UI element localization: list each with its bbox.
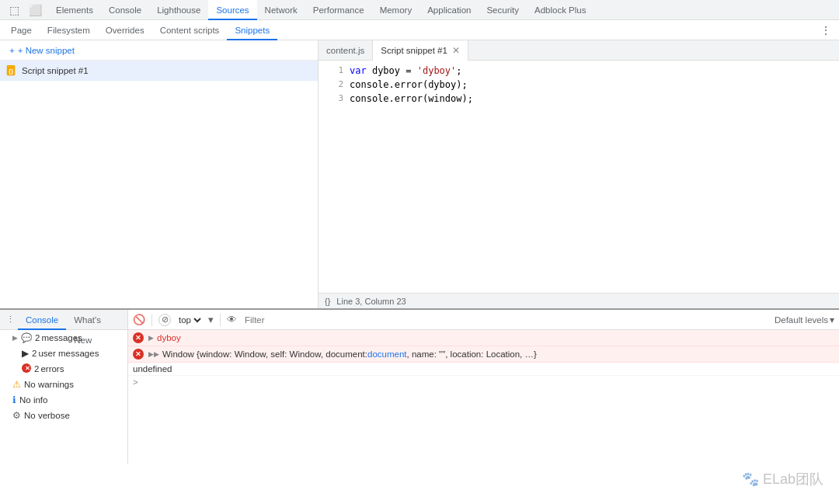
expand-arrow-icon: ▶ xyxy=(12,334,18,342)
disable-network-icon[interactable]: ⊘ xyxy=(158,314,171,326)
error-message-2-after: , name: "", location: Location, …} xyxy=(407,349,537,359)
console-prompt[interactable]: > xyxy=(128,376,839,388)
message-count-icon: 💬 xyxy=(21,332,32,343)
subtab-snippets[interactable]: Snippets xyxy=(227,20,277,40)
console-error-1[interactable]: ✕ ▶ dyboy xyxy=(128,330,839,346)
snippet-item-1[interactable]: {} Script snippet #1 xyxy=(0,61,318,81)
whats-new-tab[interactable]: What's New xyxy=(66,310,124,330)
plus-icon: + xyxy=(9,46,15,55)
console-error-2[interactable]: ✕ ▶▶ Window {window: Window, self: Windo… xyxy=(128,346,839,363)
tab-console[interactable]: Console xyxy=(101,0,149,20)
errors-count: 2 xyxy=(34,364,39,374)
console-panel-tabs: ⋮ Console What's New xyxy=(0,310,127,330)
cursor-position: Line 3, Column 23 xyxy=(336,297,406,306)
errors-label: errors xyxy=(40,364,64,374)
prompt-symbol: > xyxy=(133,377,138,387)
user-messages-count: 2 xyxy=(32,349,37,358)
tab-lighthouse[interactable]: Lighthouse xyxy=(149,0,208,20)
eye-icon[interactable]: 👁 xyxy=(227,314,237,325)
clear-console-icon[interactable]: 🚫 xyxy=(133,314,145,325)
editor-tab-content-js[interactable]: content.js xyxy=(319,40,373,61)
filter-section-verbose[interactable]: ⚙ No verbose xyxy=(0,408,127,423)
code-line-2: 2 console.error(dyboy); xyxy=(319,78,839,92)
devtools-icons: ⬚ ⬜ xyxy=(3,2,48,18)
console-messages: ✕ ▶ dyboy ✕ ▶▶ Window {window: Window, s… xyxy=(128,330,839,464)
tab-network[interactable]: Network xyxy=(257,0,305,20)
console-output-panel: 🚫 ⊘ top ▾ 👁 Default levels ▾ ✕ ▶ dyboy xyxy=(128,310,839,464)
expand-arrow-2: ▶▶ xyxy=(148,350,159,358)
messages-count: 2 xyxy=(35,333,40,342)
error-icon-2: ✕ xyxy=(133,349,144,360)
main-area: + + New snippet {} Script snippet #1 con… xyxy=(0,40,839,308)
console-filter-input[interactable] xyxy=(242,314,770,326)
svg-text:✕: ✕ xyxy=(25,365,30,372)
tab-elements[interactable]: Elements xyxy=(48,0,101,20)
braces-icon: {} xyxy=(325,297,330,306)
console-left-panel: ⋮ Console What's New ▶ 💬 2 messages ▶ 2 … xyxy=(0,310,128,464)
console-toolbar: 🚫 ⊘ top ▾ 👁 Default levels ▾ xyxy=(128,310,839,330)
tab-adblock[interactable]: Adblock Plus xyxy=(527,0,594,20)
tab-application[interactable]: Application xyxy=(420,0,479,20)
toolbar-separator xyxy=(151,314,152,326)
snippet-file-icon: {} xyxy=(6,65,17,76)
editor-tab-snippet1-label: Script snippet #1 xyxy=(381,40,447,61)
default-levels-button[interactable]: Default levels ▾ xyxy=(775,315,834,325)
editor-tab-bar: content.js Script snippet #1 ✕ xyxy=(319,40,839,61)
warnings-icon: ⚠ xyxy=(12,379,21,390)
error-message-2-before: Window {window: Window, self: Window, do… xyxy=(162,349,367,359)
undefined-row: undefined xyxy=(128,363,839,376)
context-dropdown-icon[interactable]: ▾ xyxy=(208,314,214,325)
console-tab[interactable]: Console xyxy=(18,310,66,330)
new-snippet-button[interactable]: + + New snippet xyxy=(0,40,318,61)
filter-section-messages[interactable]: ▶ 💬 2 messages xyxy=(0,330,127,346)
warnings-label: No warnings xyxy=(24,380,74,389)
more-tabs-icon[interactable]: ⋮ xyxy=(816,24,836,36)
console-panel-menu-icon[interactable]: ⋮ xyxy=(3,315,18,325)
error-message-1: dyboy xyxy=(157,333,181,342)
code-line-3: 3 console.error(window); xyxy=(319,92,839,106)
editor-tab-snippet1[interactable]: Script snippet #1 ✕ xyxy=(373,40,468,61)
new-snippet-label: + New snippet xyxy=(18,46,75,55)
default-levels-label: Default levels xyxy=(775,315,828,325)
subtab-overrides[interactable]: Overrides xyxy=(98,20,152,40)
code-editor[interactable]: 1 var dyboy = 'dyboy'; 2 console.error(d… xyxy=(319,61,839,293)
device-icon[interactable]: ⬜ xyxy=(26,2,45,18)
inspect-icon[interactable]: ⬚ xyxy=(6,2,23,18)
info-icon: ℹ xyxy=(12,395,16,405)
expand-arrow-1: ▶ xyxy=(148,334,154,342)
filter-section-errors[interactable]: ✕ 2 errors xyxy=(0,361,127,377)
error-message-2-highlight: document xyxy=(367,349,407,359)
svg-text:{}: {} xyxy=(9,68,13,75)
info-label: No info xyxy=(19,395,47,405)
undefined-text: undefined xyxy=(133,364,172,374)
editor-tab-content-js-label: content.js xyxy=(326,40,364,61)
default-levels-arrow: ▾ xyxy=(830,315,834,325)
user-messages-icon: ▶ xyxy=(22,348,29,359)
tab-memory[interactable]: Memory xyxy=(372,0,420,20)
console-panel: ⋮ Console What's New ▶ 💬 2 messages ▶ 2 … xyxy=(0,308,839,464)
error-icon-1: ✕ xyxy=(133,332,144,343)
filter-section-warnings[interactable]: ⚠ No warnings xyxy=(0,377,127,392)
editor-tab-close-icon[interactable]: ✕ xyxy=(452,40,460,61)
line-number-3: 3 xyxy=(322,92,343,106)
code-content-1: var dyboy = 'dyboy'; xyxy=(350,64,462,78)
subtab-filesystem[interactable]: Filesystem xyxy=(40,20,98,40)
tab-security[interactable]: Security xyxy=(479,0,527,20)
tab-performance[interactable]: Performance xyxy=(305,0,372,20)
tab-sources[interactable]: Sources xyxy=(208,0,256,20)
messages-label: messages xyxy=(41,333,82,342)
verbose-icon: ⚙ xyxy=(12,410,21,421)
devtools-tab-bar: ⬚ ⬜ Elements Console Lighthouse Sources … xyxy=(0,0,839,20)
snippets-sidebar: + + New snippet {} Script snippet #1 xyxy=(0,40,319,308)
context-selector[interactable]: top xyxy=(176,315,204,325)
code-content-2: console.error(dyboy); xyxy=(350,78,468,92)
editor-status-bar: {} Line 3, Column 23 xyxy=(319,293,839,308)
errors-icon: ✕ xyxy=(22,363,31,374)
subtab-content-scripts[interactable]: Content scripts xyxy=(152,20,228,40)
toolbar-separator-2 xyxy=(220,314,221,326)
line-number-2: 2 xyxy=(322,78,343,92)
verbose-label: No verbose xyxy=(24,411,70,420)
filter-section-info[interactable]: ℹ No info xyxy=(0,392,127,408)
subtab-page[interactable]: Page xyxy=(3,20,40,40)
filter-section-user-messages[interactable]: ▶ 2 user messages xyxy=(0,346,127,361)
